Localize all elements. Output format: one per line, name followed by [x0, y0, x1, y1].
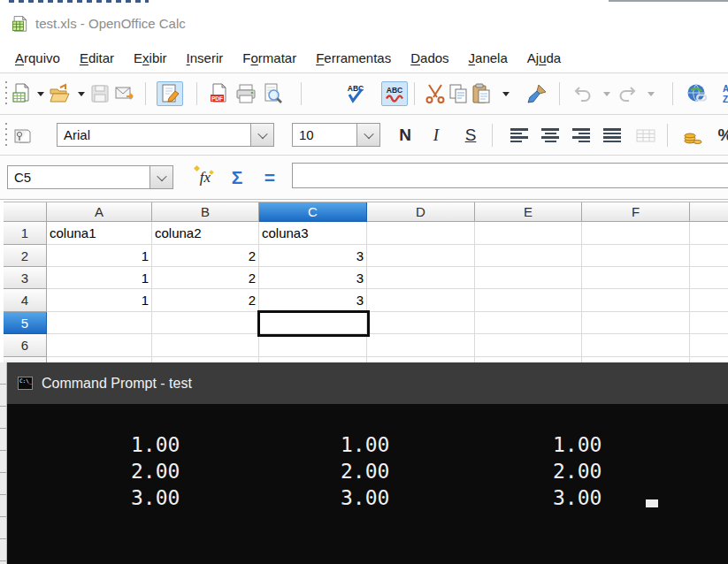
cell-e5[interactable] — [475, 312, 582, 334]
cell-b3[interactable]: 2 — [152, 267, 259, 289]
copy-button[interactable] — [447, 81, 471, 106]
bold-button[interactable]: N — [393, 123, 418, 148]
cell-f3[interactable] — [582, 267, 690, 289]
menu-formatar[interactable]: Formatar — [233, 47, 306, 69]
justify-button[interactable] — [600, 123, 625, 148]
cell-e1[interactable] — [475, 222, 582, 245]
autospellcheck-button-active[interactable]: ABC — [381, 81, 408, 106]
name-box-dropdown[interactable] — [149, 166, 172, 188]
cell-f6[interactable] — [582, 334, 690, 357]
font-size-combobox[interactable]: 10 — [292, 123, 380, 147]
cell-f2[interactable] — [582, 245, 690, 267]
open-dropdown[interactable] — [78, 92, 85, 96]
italic-button[interactable]: I — [424, 123, 448, 148]
cell-a2[interactable]: 1 — [47, 245, 152, 267]
percent-format-button-clipped[interactable]: % — [713, 123, 728, 148]
menu-dados[interactable]: Dados — [401, 47, 458, 69]
cell-a6[interactable] — [47, 334, 152, 357]
col-header-e[interactable]: E — [475, 202, 582, 222]
cell-d6[interactable] — [367, 334, 475, 357]
cmd-console[interactable]: 1.001.001.00 2.002.002.00 3.003.003.00 — [7, 404, 728, 564]
cut-button[interactable] — [423, 81, 448, 106]
align-left-button[interactable] — [507, 123, 532, 148]
cell-b1[interactable]: coluna2 — [152, 222, 259, 245]
merge-cells-button-disabled[interactable] — [633, 123, 658, 148]
cell-a1[interactable]: coluna1 — [47, 222, 152, 245]
cell-c3[interactable]: 3 — [259, 267, 367, 289]
cmd-titlebar[interactable]: C:\_ Command Prompt - test — [7, 362, 728, 404]
cell-e4[interactable] — [475, 289, 582, 312]
styles-button[interactable] — [10, 123, 34, 148]
sum-button[interactable]: Σ — [225, 165, 249, 190]
align-center-button[interactable] — [538, 123, 563, 148]
cell-e6[interactable] — [475, 334, 582, 357]
paste-button[interactable] — [470, 81, 494, 106]
currency-format-button[interactable] — [680, 123, 705, 148]
new-document-dropdown[interactable] — [37, 92, 44, 96]
calc-titlebar[interactable]: test.xls - OpenOffice Calc — [0, 7, 728, 39]
cell-c1[interactable]: coluna3 — [259, 222, 367, 245]
col-header-d[interactable]: D — [367, 202, 475, 222]
function-equals-button[interactable]: = — [257, 165, 282, 190]
cell-a4[interactable]: 1 — [47, 289, 152, 312]
cell-f4[interactable] — [582, 289, 690, 312]
cell-g1[interactable] — [690, 222, 728, 245]
cell-d2[interactable] — [367, 245, 475, 267]
undo-button-disabled[interactable] — [571, 81, 595, 106]
row-header-3[interactable]: 3 — [4, 267, 47, 289]
format-paintbrush-button[interactable] — [525, 81, 549, 106]
menu-ferramentas[interactable]: Ferramentas — [306, 47, 401, 69]
redo-dropdown[interactable] — [648, 92, 655, 96]
menu-ajuda[interactable]: Ajuda — [517, 47, 571, 69]
spellcheck-button[interactable]: ABC — [343, 81, 368, 106]
row-header-4[interactable]: 4 — [4, 289, 47, 312]
print-button[interactable] — [234, 81, 258, 106]
cell-g3[interactable] — [690, 267, 728, 289]
row-header-1[interactable]: 1 — [4, 222, 47, 245]
cell-a3[interactable]: 1 — [47, 267, 152, 289]
cell-b2[interactable]: 2 — [152, 245, 259, 267]
cell-g4[interactable] — [690, 289, 728, 312]
font-name-dropdown[interactable] — [250, 124, 273, 146]
formula-input[interactable] — [292, 163, 728, 188]
cell-g6[interactable] — [690, 334, 728, 357]
align-right-button[interactable] — [569, 123, 594, 148]
font-size-dropdown[interactable] — [356, 124, 379, 146]
menu-arquivo[interactable]: Arquivo — [5, 47, 70, 69]
col-header-b[interactable]: B — [152, 202, 259, 222]
open-button[interactable] — [47, 81, 72, 106]
undo-dropdown[interactable] — [603, 92, 610, 96]
col-header-a[interactable]: A — [47, 202, 152, 222]
new-document-button[interactable] — [10, 81, 34, 106]
sort-button-clipped[interactable]: AZ — [715, 81, 728, 106]
redo-button-disabled[interactable] — [615, 81, 640, 106]
row-header-2[interactable]: 2 — [4, 245, 47, 267]
name-box[interactable]: C5 — [7, 165, 173, 189]
row-header-6[interactable]: 6 — [4, 334, 47, 357]
export-pdf-button[interactable]: PDF — [207, 81, 232, 106]
cell-g5[interactable] — [690, 312, 728, 334]
function-wizard-button[interactable]: fx — [193, 165, 218, 190]
page-preview-button[interactable] — [260, 81, 285, 106]
col-header-c-selected[interactable]: C — [259, 202, 367, 222]
cell-b6[interactable] — [152, 334, 259, 357]
underline-button[interactable]: S — [458, 123, 483, 148]
corner-header[interactable] — [4, 202, 47, 222]
cell-d1[interactable] — [367, 222, 475, 245]
menu-exibir[interactable]: Exibir — [124, 47, 177, 69]
menu-editar[interactable]: Editar — [70, 47, 124, 69]
cell-e2[interactable] — [475, 245, 582, 267]
cell-f1[interactable] — [582, 222, 690, 245]
cell-e3[interactable] — [475, 267, 582, 289]
col-header-f[interactable]: F — [582, 202, 690, 222]
col-header-g-clipped[interactable] — [690, 202, 728, 222]
hyperlink-button[interactable] — [685, 81, 709, 106]
cell-d4[interactable] — [367, 289, 475, 312]
cell-g2[interactable] — [690, 245, 728, 267]
cell-c6[interactable] — [259, 334, 367, 357]
menu-janela[interactable]: Janela — [459, 47, 517, 69]
toolbar-grip[interactable] — [4, 123, 8, 148]
cell-a5[interactable] — [47, 312, 152, 334]
cell-f5[interactable] — [582, 312, 690, 334]
cell-c2[interactable]: 3 — [259, 245, 367, 267]
